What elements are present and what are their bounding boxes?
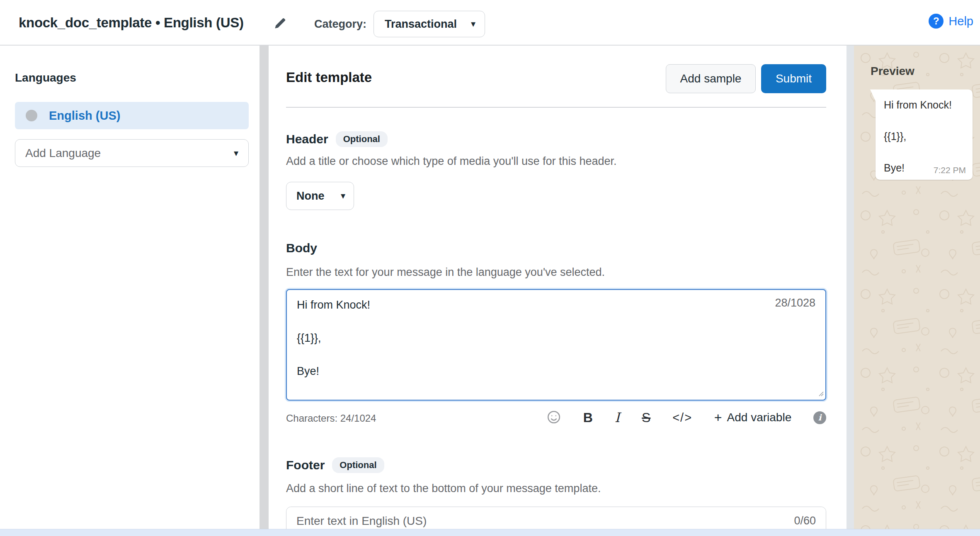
- header-title: Header: [286, 132, 328, 146]
- optional-badge: Optional: [336, 131, 388, 147]
- body-char-counter: 28/1028: [775, 297, 815, 309]
- page-title: Edit template: [286, 70, 372, 85]
- message-line: Hi from Knock!: [884, 97, 964, 113]
- category-label: Category:: [314, 18, 366, 31]
- submit-button[interactable]: Submit: [761, 64, 826, 93]
- language-label: English (US): [49, 109, 120, 123]
- add-variable-button[interactable]: + Add variable: [714, 410, 791, 425]
- characters-count-label: Characters: 24/1024: [286, 413, 376, 424]
- help-label: Help: [948, 14, 973, 28]
- pencil-icon: [273, 26, 287, 32]
- footer-input[interactable]: [286, 507, 826, 529]
- optional-badge: Optional: [332, 457, 384, 473]
- main-scrollbar[interactable]: [847, 46, 854, 529]
- chevron-down-icon: ▾: [234, 149, 238, 158]
- edit-template-panel: Edit template Add sample Submit Header O…: [269, 46, 847, 529]
- languages-sidebar: Languages English (US) Add Language ▾: [0, 46, 260, 529]
- message-body: Hi from Knock! {{1}}, Bye!: [876, 89, 973, 176]
- bold-button[interactable]: B: [583, 410, 593, 425]
- header-description: Add a title or choose which type of medi…: [286, 155, 617, 168]
- top-bar: knock_doc_template • English (US) Catego…: [0, 0, 980, 46]
- add-sample-button[interactable]: Add sample: [666, 64, 756, 93]
- message-line: {{1}},: [884, 128, 964, 144]
- help-link[interactable]: ? Help: [929, 14, 973, 29]
- resize-handle[interactable]: [817, 389, 824, 398]
- preview-heading: Preview: [871, 65, 915, 78]
- chevron-down-icon: ▾: [471, 19, 475, 29]
- add-language-dropdown[interactable]: Add Language ▾: [15, 139, 249, 167]
- languages-heading: Languages: [15, 71, 76, 85]
- language-status-dot-icon: [26, 110, 37, 121]
- template-title: knock_doc_template • English (US): [19, 15, 244, 31]
- footer-description: Add a short line of text to the bottom o…: [286, 482, 601, 495]
- body-textarea[interactable]: Hi from Knock! {{1}}, Bye!: [287, 290, 825, 400]
- chevron-down-icon: ▾: [341, 191, 345, 200]
- italic-button[interactable]: I: [615, 410, 620, 425]
- message-bubble: Hi from Knock! {{1}}, Bye! 7:22 PM: [876, 89, 973, 180]
- info-icon[interactable]: i: [813, 411, 826, 424]
- section-divider: [286, 107, 826, 108]
- body-title: Body: [286, 241, 317, 255]
- footer-text-field: 0/60: [286, 507, 826, 529]
- code-button[interactable]: </>: [672, 411, 692, 425]
- footer-title: Footer: [286, 458, 325, 472]
- bubble-tail-icon: [870, 89, 876, 102]
- formatting-toolbar: B I S </> + Add variable i: [546, 404, 826, 431]
- template-editor-app: knock_doc_template • English (US) Catego…: [0, 0, 980, 536]
- body-section-heading: Body: [286, 241, 317, 255]
- body-text-field: Hi from Knock! {{1}}, Bye! 28/1028: [286, 289, 826, 401]
- plus-icon: +: [714, 410, 722, 425]
- preview-panel: Preview Hi from Knock! {{1}}, Bye! 7:22 …: [854, 46, 980, 529]
- category-dropdown[interactable]: Transactional ▾: [374, 11, 485, 37]
- page-bottom-strip: [0, 529, 980, 536]
- footer-char-counter: 0/60: [794, 514, 816, 527]
- header-type-dropdown[interactable]: None ▾: [286, 182, 354, 210]
- footer-section-heading: Footer Optional: [286, 457, 384, 473]
- sidebar-scrollbar[interactable]: [260, 46, 269, 529]
- message-timestamp: 7:22 PM: [934, 165, 966, 175]
- add-variable-label: Add variable: [727, 411, 792, 424]
- sidebar-item-english-us[interactable]: English (US): [15, 102, 249, 129]
- add-language-placeholder: Add Language: [25, 147, 101, 160]
- strikethrough-button[interactable]: S: [642, 410, 650, 425]
- emoji-button[interactable]: [546, 410, 561, 426]
- header-section-heading: Header Optional: [286, 131, 388, 147]
- edit-name-button[interactable]: [272, 16, 288, 32]
- category-value: Transactional: [385, 18, 457, 31]
- question-mark-icon: ?: [929, 14, 944, 29]
- smiley-icon: [546, 410, 561, 426]
- body-description: Enter the text for your message in the l…: [286, 266, 605, 279]
- header-type-value: None: [296, 190, 325, 203]
